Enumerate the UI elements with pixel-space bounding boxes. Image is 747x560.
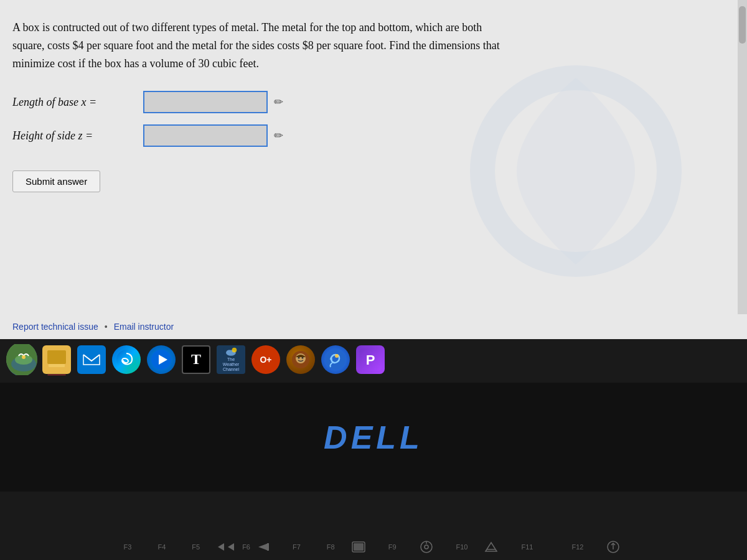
side-input-row: Height of side z = ✏: [12, 124, 722, 147]
f3-label: F3: [124, 543, 132, 551]
taskbar-mail-button[interactable]: [76, 344, 107, 375]
footer-links: Report technical issue • Email instructo…: [0, 314, 747, 339]
f10-label: F10: [456, 543, 468, 551]
svg-rect-30: [267, 543, 269, 551]
dell-logo: DELL: [324, 419, 423, 456]
t-icon: T: [182, 345, 210, 374]
taskbar-start-button[interactable]: [6, 344, 37, 375]
blue-swirl-icon: [321, 345, 350, 374]
svg-rect-6: [49, 357, 65, 367]
f9-label: F9: [388, 543, 397, 551]
problem-line2: square, costs $4 per square foot and the…: [12, 39, 500, 52]
svg-marker-28: [228, 543, 234, 551]
side-label: Height of side z =: [12, 129, 137, 142]
side-pencil-icon[interactable]: ✏: [274, 129, 283, 142]
content-area: A box is contructed out of two different…: [0, 0, 747, 339]
taskbar-game-button[interactable]: [285, 344, 316, 375]
svg-point-24: [335, 354, 339, 358]
svg-marker-27: [218, 543, 224, 551]
f5-label: F5: [192, 543, 200, 551]
base-pencil-icon[interactable]: ✏: [274, 95, 283, 109]
origin-icon: O+: [251, 345, 280, 374]
svg-point-9: [116, 350, 136, 370]
svg-point-4: [22, 355, 26, 359]
taskbar-purple-button[interactable]: P: [355, 344, 386, 375]
taskbar-weather-button[interactable]: TheWeatherChannel: [215, 344, 247, 375]
f11-label: F11: [521, 543, 533, 551]
taskbar-t-button[interactable]: T: [181, 344, 212, 375]
dell-area: DELL: [0, 383, 747, 492]
taskbar-app-button[interactable]: [320, 344, 351, 375]
files-icon: [42, 345, 71, 374]
stream-icon: [147, 345, 176, 374]
game-icon: [286, 345, 315, 374]
svg-point-34: [425, 545, 428, 549]
f8-label: F8: [327, 543, 335, 551]
svg-text:P: P: [366, 352, 375, 368]
f4-label: F4: [157, 543, 166, 551]
problem-line3: minimize cost if the box has a volume of…: [12, 57, 259, 70]
files-active-indicator: [47, 375, 66, 375]
purple-icon: P: [356, 345, 385, 374]
problem-text: A box is contructed out of two different…: [12, 19, 573, 72]
weather-icon: TheWeatherChannel: [217, 345, 245, 374]
taskbar-files-button[interactable]: [41, 344, 72, 375]
problem-line1: A box is contructed out of two different…: [12, 21, 482, 34]
side-input[interactable]: [143, 124, 268, 147]
svg-point-16: [232, 347, 237, 352]
f6-label: F6: [242, 543, 250, 551]
svg-text:O+: O+: [260, 355, 271, 365]
svg-marker-29: [258, 543, 268, 551]
f12-label: F12: [571, 543, 583, 551]
weather-label: TheWeatherChannel: [223, 357, 239, 371]
start-icon: [6, 344, 37, 375]
base-input[interactable]: [143, 91, 268, 113]
mail-icon: [77, 345, 106, 374]
base-input-row: Length of base x = ✏: [12, 91, 722, 113]
submit-button[interactable]: Submit answer: [12, 170, 100, 192]
fkey-row: F3 F4 F5 F6 F7 F8 F9 F10: [124, 540, 624, 554]
keyboard-area: F3 F4 F5 F6 F7 F8 F9 F10: [0, 492, 747, 560]
taskbar-origin-button[interactable]: O+: [250, 344, 281, 375]
taskbar-edge-button[interactable]: [111, 344, 142, 375]
scroll-thumb[interactable]: [739, 6, 746, 44]
taskbar-stream-button[interactable]: [146, 344, 177, 375]
base-label: Length of base x =: [12, 96, 137, 109]
taskbar: T TheWeatherChannel O+: [0, 339, 747, 380]
svg-rect-32: [354, 543, 364, 551]
svg-point-23: [326, 350, 345, 370]
t-label: T: [191, 351, 201, 368]
email-link[interactable]: Email instructor: [114, 322, 174, 332]
f7-label: F7: [293, 543, 301, 551]
edge-icon: [112, 345, 141, 374]
scroll-area[interactable]: [738, 0, 747, 339]
report-link[interactable]: Report technical issue: [12, 322, 98, 332]
svg-rect-7: [49, 355, 56, 358]
footer-dot: •: [105, 322, 108, 332]
